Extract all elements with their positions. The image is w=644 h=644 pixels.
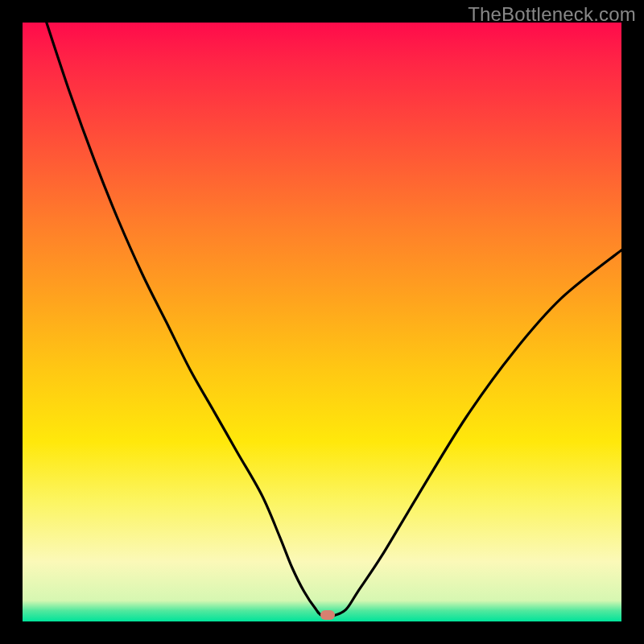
chart-frame: TheBottleneck.com — [0, 0, 644, 644]
optimal-point-marker — [320, 610, 335, 620]
plot-area — [23, 23, 621, 621]
watermark-text: TheBottleneck.com — [468, 3, 636, 26]
bottleneck-curve — [23, 23, 621, 621]
